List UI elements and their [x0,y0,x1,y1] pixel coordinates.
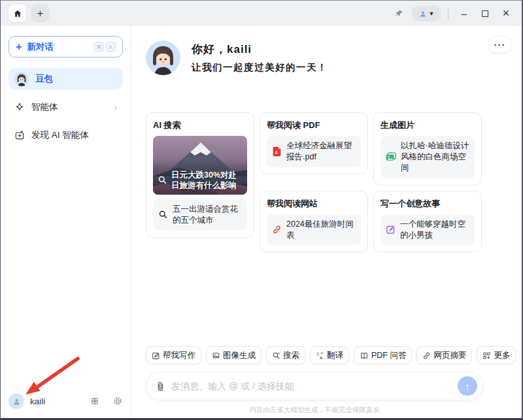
minimize-button[interactable]: – [454,4,475,24]
discover-agents-icon [14,130,25,140]
maximize-icon [482,10,488,17]
doubao-avatar [14,72,29,86]
sidebar-item-label: 智能体 [31,101,58,113]
skill-label: 翻译 [327,350,343,361]
suggestion-text: 以扎哈·哈迪德设计风格的白色商场空间 [401,140,469,174]
account-person-icon [419,10,427,18]
assistant-avatar [146,40,180,75]
hot-query-text: 日元大跌30%对赴日旅游有什么影响 [171,170,244,191]
titlebar-divider [448,8,448,19]
card-creative-story: 写一个创意故事 一个能够穿越时空的小男孩 [373,191,482,253]
pin-icon[interactable] [391,6,407,22]
app-window: + ▼ – × + 新对话 ⌘ K [0,0,523,420]
home-tab[interactable] [8,5,26,22]
suggestion-cards: AI 搜索 [146,112,483,252]
chevron-right-icon: › [114,102,117,112]
skill-more-button[interactable]: 更多 [477,346,516,364]
suggestion-text: 2024最佳旅游时间表 [286,219,356,241]
skill-label: 搜索 [283,350,299,361]
sidebar-footer: kaili [8,393,123,409]
new-tab-button[interactable]: + [31,5,49,22]
website-suggestion[interactable]: 2024最佳旅游时间表 [267,214,361,246]
sidebar-item-agents[interactable]: 智能体 › [8,96,123,118]
message-input[interactable] [171,381,452,391]
send-button[interactable]: ↑ [458,376,477,396]
greeting: 你好，kaili 让我们一起度过美好的一天！ [146,40,328,75]
message-input-box: ↑ [146,372,483,400]
pdf-file-icon: A [272,146,282,157]
translate-icon: 文A [316,351,324,360]
user-avatar[interactable] [8,393,24,409]
skill-translate-button[interactable]: 文A 翻译 [310,346,349,364]
new-chat-label: 新对话 [27,41,54,53]
greeting-line1: 你好，kaili [192,42,328,57]
pencil-square-icon [386,225,396,234]
search-icon [272,351,280,360]
hot-query-overlay: 日元大跌30%对赴日旅游有什么影响 [158,170,244,191]
new-chat-button[interactable]: + 新对话 ⌘ K [8,36,123,57]
plus-icon: + [16,41,22,53]
ai-search-suggestion[interactable]: 五一出游适合赏花的五个城市 [153,199,247,231]
skill-search-button[interactable]: 搜索 [266,346,305,364]
caret-down-icon: ▼ [429,10,435,17]
pencil-square-icon [152,351,160,360]
card-ai-search: AI 搜索 [146,112,254,238]
image-icon [386,152,396,162]
model-disclaimer: 内容由云雀大模型生成，不能完全保障真实 [146,406,483,415]
skill-web-summary-button[interactable]: 网页摘要 [416,346,472,364]
greeting-text: 你好，kaili 让我们一起度过美好的一天！ [192,42,328,74]
card-title: AI 搜索 [153,120,247,131]
grid-more-icon [482,351,491,360]
settings-gear-icon[interactable] [112,396,123,406]
sidebar-item-doubao[interactable]: 豆包 [8,68,123,89]
svg-text:A: A [320,355,323,359]
home-icon [13,9,22,18]
attachment-paperclip-icon[interactable] [156,381,165,392]
greeting-line2: 让我们一起度过美好的一天！ [192,61,328,74]
skill-label: 图像生成 [223,350,256,361]
link-icon [422,351,431,360]
username-label: kaili [30,396,45,406]
main-area: 你好，kaili 让我们一起度过美好的一天！ ··· AI 搜索 [131,26,522,418]
card-title: 帮我阅读 PDF [267,120,361,131]
suggestion-text: 五一出游适合赏花的五个城市 [173,204,242,226]
link-icon [272,225,282,234]
card-title: 生成图片 [380,120,475,131]
titlebar: + ▼ – × [1,1,522,26]
skill-label: 网页摘要 [433,350,466,361]
maximize-button[interactable] [475,4,496,24]
sidebar-item-label: 发现 AI 智能体 [31,129,89,141]
svg-text:A: A [275,150,278,155]
more-options-button[interactable]: ··· [489,36,511,53]
suggestion-text: 全球经济金融展望报告.pdf [286,140,356,163]
sidebar-item-label: 豆包 [35,73,53,85]
book-icon [360,351,369,360]
skill-write-button[interactable]: 帮我写作 [146,346,201,364]
card-read-website: 帮我阅读网站 2024最佳旅游时间表 [260,191,368,253]
cmd-key-badge: ⌘ [94,42,104,52]
skill-toolbar: 帮我写作 图像生成 搜索 文A 翻译 [146,346,483,364]
suggestion-text: 一个能够穿越时空的小男孩 [400,219,469,241]
image-suggestion[interactable]: 以扎哈·哈迪德设计风格的白色商场空间 [380,136,475,178]
skill-label: 更多 [494,350,510,361]
account-menu[interactable]: ▼ [412,5,441,22]
close-button[interactable]: × [496,4,516,24]
card-read-pdf: 帮我阅读 PDF A 全球经济金融展望报告.pdf [260,112,368,174]
skill-label: 帮我写作 [163,350,195,361]
search-icon [158,210,168,219]
skill-pdf-qa-button[interactable]: PDF 问答 [354,346,412,364]
sidebar: + 新对话 ⌘ K 豆包 智能体 › [1,26,131,418]
pdf-suggestion[interactable]: A 全球经济金融展望报告.pdf [267,136,361,167]
svg-text:文: 文 [316,351,320,355]
sidebar-item-discover-agents[interactable]: 发现 AI 智能体 [8,124,123,146]
sparkle-icon [14,102,25,112]
titlebar-right: ▼ – × [391,1,516,26]
k-key-badge: K [106,42,116,52]
clover-icon[interactable] [90,396,100,406]
skill-image-gen-button[interactable]: 图像生成 [206,346,262,364]
story-suggestion[interactable]: 一个能够穿越时空的小男孩 [380,214,475,246]
card-title: 写一个创意故事 [380,198,475,210]
ai-search-hot-image[interactable]: 日元大跌30%对赴日旅游有什么影响 [153,136,247,195]
footer-icons [90,396,123,406]
search-icon [158,175,167,185]
